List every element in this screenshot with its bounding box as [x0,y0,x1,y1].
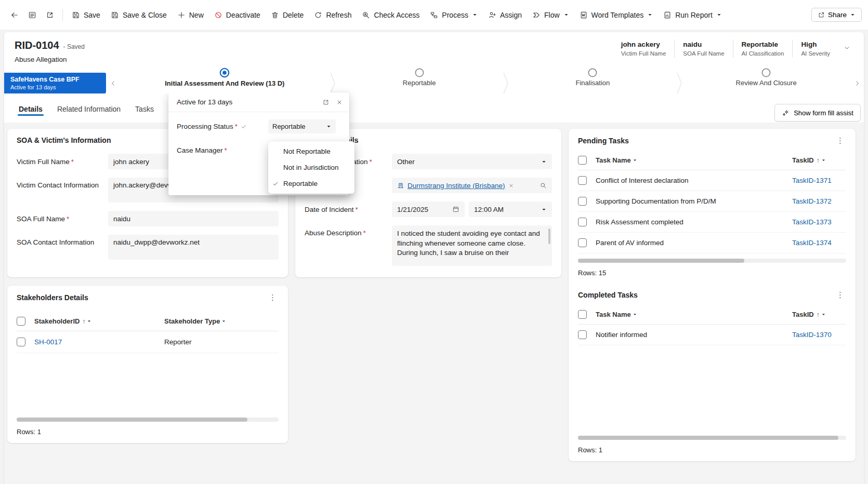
case-manager-label: Case Manager* [177,146,268,154]
soa-full-name-input[interactable]: naidu [108,211,279,226]
close-flyout-icon[interactable] [336,99,343,106]
row-checkbox[interactable] [17,338,25,346]
tab-related-information[interactable]: Related Information [54,96,124,120]
run-report-button[interactable]: Run Report [659,7,727,23]
row-checkbox[interactable] [578,238,587,247]
save-and-close-button[interactable]: Save & Close [106,7,172,23]
tasks-card: Pending Tasks ⋮ Task Name TaskID↑ Confli… [569,129,856,461]
share-button[interactable]: Share [811,8,862,22]
textarea-scrollbar-thumb[interactable] [548,228,550,244]
record-header: RID-0104 - Saved Abuse Allegation john a… [4,32,864,73]
more-options-icon[interactable]: ⋮ [834,290,846,300]
save-icon [72,11,80,19]
flow-button[interactable]: Flow [528,7,574,23]
deactivate-button[interactable]: Deactivate [209,7,265,23]
time-of-incident-select[interactable]: 12:00 AM [469,201,552,217]
open-in-new-window-button[interactable] [42,7,58,23]
assign-button[interactable]: Assign [483,7,527,23]
select-all-checkbox[interactable] [578,310,587,319]
processing-status-dropdown: Not Reportable Not in Jurisdiction Repor… [268,141,354,194]
abuse-classification-select[interactable]: Other [392,154,552,169]
calendar-icon[interactable] [452,206,459,213]
soa-contact-input[interactable]: naidu_dwpp@devworkz.net [108,235,279,260]
header-expand-button[interactable] [840,42,853,56]
table-row[interactable]: SH-0017 Reporter [17,331,279,353]
more-options-icon[interactable]: ⋮ [267,293,279,302]
form-switcher-button[interactable] [24,7,41,23]
building-icon [397,182,404,189]
horizontal-scrollbar-thumb[interactable] [578,436,838,440]
more-options-icon[interactable]: ⋮ [834,136,846,145]
option-not-reportable[interactable]: Not Reportable [268,143,354,159]
card-title: Completed Tasks [578,291,638,299]
check-access-button[interactable]: Check Access [357,7,424,23]
processing-status-select[interactable]: Reportable [268,119,336,133]
horizontal-scrollbar-track[interactable] [578,259,846,263]
row-count: Rows: 1 [17,428,279,436]
remove-value-icon[interactable] [508,183,514,189]
bpf-process-chip[interactable]: SafeHavens Case BPF Active for 13 days [4,73,106,93]
trash-icon [271,11,279,19]
back-button[interactable] [6,7,23,23]
organisation-record-link[interactable]: Durmstrang Institute (Brisbane) [407,182,505,190]
lookup-search-icon[interactable] [540,182,547,189]
bpf-scroll-right-button[interactable] [850,73,864,93]
column-task-name[interactable]: Task Name [596,156,792,164]
word-templates-button[interactable]: Word Templates [575,7,658,23]
row-checkbox[interactable] [578,218,587,226]
date-of-incident-input[interactable]: 1/21/2025 [392,201,465,217]
bpf-scroll-left-button[interactable] [106,73,120,93]
horizontal-scrollbar-track[interactable] [578,436,846,440]
popout-icon [46,11,54,19]
select-all-checkbox[interactable] [17,317,25,326]
task-link[interactable]: TaskID-1374 [792,239,846,247]
row-count: Rows: 1 [578,446,846,454]
task-link[interactable]: TaskID-1371 [792,177,846,184]
new-button[interactable]: New [173,7,208,23]
task-link[interactable]: TaskID-1373 [792,218,846,226]
column-task-name[interactable]: Task Name [596,311,792,318]
option-not-in-jurisdiction[interactable]: Not in Jurisdiction [268,159,354,176]
table-row[interactable]: Notifier informed TaskID-1370 [578,325,846,345]
bpf-bar: SafeHavens Case BPF Active for 13 days I… [4,73,864,93]
table-row[interactable]: Supporting Documentation from P/D/M Task… [578,191,846,212]
show-form-fill-assist-button[interactable]: Show form fill assist [774,104,861,122]
table-row[interactable]: Conflict of Interest declaration TaskID-… [578,170,846,191]
task-link[interactable]: TaskID-1372 [792,197,846,205]
bpf-stage-review-and-closure[interactable]: Review And Closure [682,73,850,93]
form-name: Abuse Allegation [15,56,85,63]
row-checkbox[interactable] [578,197,587,206]
column-task-id[interactable]: TaskID↑ [792,156,846,164]
horizontal-scrollbar-thumb[interactable] [17,418,247,422]
save-close-icon [111,11,119,19]
select-all-checkbox[interactable] [578,156,587,165]
tab-tasks[interactable]: Tasks [132,96,157,120]
delete-button[interactable]: Delete [266,7,308,23]
table-row[interactable]: Parent of AV informed TaskID-1374 [578,233,846,253]
process-button[interactable]: Process [425,7,482,23]
row-checkbox[interactable] [578,176,587,185]
column-stakeholder-type[interactable]: Stakeholder Type [164,317,279,325]
stakeholder-type-value: Reporter [164,338,279,346]
organisation-lookup[interactable]: Durmstrang Institute (Brisbane) [392,178,552,193]
bpf-stage-finalisation[interactable]: Finalisation [508,73,677,93]
refresh-button[interactable]: Refresh [309,7,356,23]
option-reportable[interactable]: Reportable [268,176,354,192]
chevron-down-icon [541,207,547,212]
tab-details[interactable]: Details [16,96,46,120]
abuse-description-textarea[interactable]: I noticed the student avoiding eye conta… [392,225,552,266]
horizontal-scrollbar-track[interactable] [17,418,279,422]
bpf-stage-reportable[interactable]: Reportable [335,73,504,93]
chevron-down-icon [647,12,653,18]
row-checkbox[interactable] [578,330,587,339]
column-task-id[interactable]: TaskID↑ [792,311,846,318]
horizontal-scrollbar-thumb[interactable] [578,259,744,263]
task-link[interactable]: TaskID-1370 [792,331,846,339]
column-stakeholder-id[interactable]: StakeholderID↑ [34,317,164,325]
table-row[interactable]: Risk Assessment completed TaskID-1373 [578,212,846,233]
expand-flyout-icon[interactable] [322,99,330,106]
word-doc-icon [580,11,588,19]
bpf-stage-initial-assessment[interactable]: Initial Assessment And Review (13 D) [120,73,330,93]
stakeholder-link[interactable]: SH-0017 [34,338,62,346]
save-button[interactable]: Save [67,7,105,23]
